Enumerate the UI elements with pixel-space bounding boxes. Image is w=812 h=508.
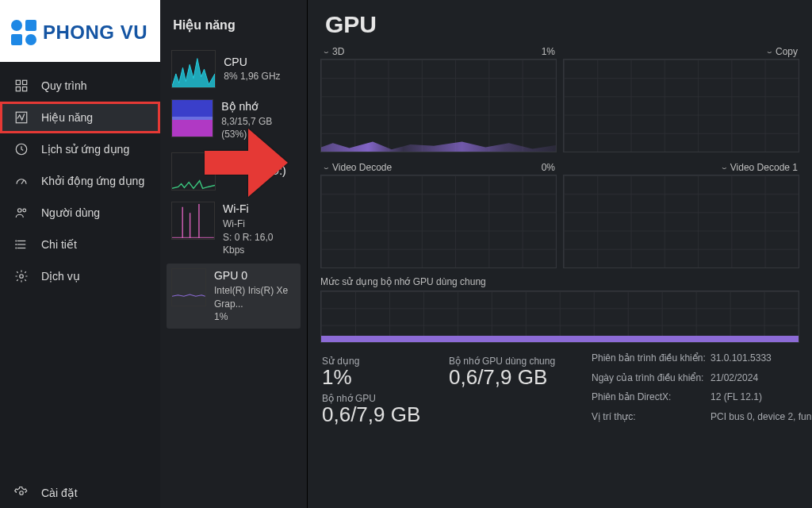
gear-icon bbox=[14, 269, 29, 283]
nav-item-services[interactable]: Dịch vụ bbox=[0, 260, 160, 292]
tile-sub: Intel(R) Iris(R) Xe Grap... bbox=[214, 284, 296, 311]
stats-grid: Sử dụng 1% Bộ nhớ GPU 0,6/7,9 GB Bộ nhớ … bbox=[317, 343, 802, 427]
chart-3d bbox=[320, 59, 557, 152]
activity-icon bbox=[14, 110, 29, 125]
location-label: Vị trí thực: bbox=[592, 411, 710, 428]
gauge-icon bbox=[14, 174, 29, 188]
tile-title: CPU bbox=[224, 55, 280, 71]
shared-mem-value: 0,6/7,9 GB bbox=[449, 365, 584, 390]
history-icon bbox=[14, 142, 29, 156]
chart-copy bbox=[563, 59, 799, 152]
nav-item-history[interactable]: Lịch sử ứng dụng bbox=[0, 133, 160, 165]
nav-label: Dịch vụ bbox=[41, 270, 80, 283]
chart-name[interactable]: ⌄Video Decode bbox=[322, 162, 392, 173]
svg-point-16 bbox=[20, 491, 24, 495]
shared-mem-chart bbox=[320, 291, 799, 343]
svg-rect-1 bbox=[23, 80, 27, 84]
chart-video-decode bbox=[320, 175, 557, 268]
svg-rect-3 bbox=[23, 87, 27, 91]
chart-name[interactable]: ⌄Video Decode 1 bbox=[720, 162, 798, 173]
nav-label: Khởi động ứng dụng bbox=[41, 175, 144, 187]
chevron-down-icon: ⌄ bbox=[765, 48, 773, 55]
tile-sub: S: 0 R: 16,0 Kbps bbox=[223, 231, 296, 258]
logo: PHONG VU bbox=[0, 0, 160, 62]
chart-name[interactable]: ⌄Copy bbox=[765, 46, 798, 57]
nav-item-users[interactable]: Người dùng bbox=[0, 197, 160, 229]
chart-name[interactable]: ⌄3D bbox=[322, 46, 344, 57]
gpu-mem-value: 0,6/7,9 GB bbox=[322, 402, 441, 427]
chart-pct: 0% bbox=[542, 162, 555, 173]
shared-mem-label: Mức sử dụng bộ nhớ GPU dùng chung bbox=[320, 276, 799, 287]
tile-sub: 1% bbox=[214, 310, 296, 324]
svg-marker-21 bbox=[205, 129, 288, 197]
location-value: PCI bus 0, device 2, function bbox=[710, 411, 812, 428]
driver-date-label: Ngày của trình điều khiển: bbox=[592, 372, 710, 389]
tile-sub: 8% 1,96 GHz bbox=[224, 70, 280, 83]
nav-label: Người dùng bbox=[41, 206, 100, 219]
tile-title: Bộ nhớ bbox=[221, 99, 296, 115]
chevron-down-icon: ⌄ bbox=[720, 164, 728, 171]
nav-item-startup[interactable]: Khởi động ứng dụng bbox=[0, 165, 160, 197]
page-title: GPU bbox=[317, 0, 802, 43]
nav-item-details[interactable]: Chi tiết bbox=[0, 229, 160, 260]
driver-date-value: 21/02/2024 bbox=[710, 372, 812, 389]
chevron-down-icon: ⌄ bbox=[322, 164, 330, 171]
nav-label: Chi tiết bbox=[41, 238, 77, 251]
performance-tiles: Hiệu năng CPU 8% 1,96 GHz Bộ nhớ bbox=[160, 0, 307, 508]
directx-label: Phiên bản DirectX: bbox=[592, 391, 710, 408]
svg-rect-2 bbox=[16, 87, 20, 91]
nav-label: Cài đặt bbox=[41, 487, 78, 499]
driver-version-value: 31.0.101.5333 bbox=[710, 352, 812, 369]
nav-label: Hiệu năng bbox=[41, 111, 93, 124]
svg-point-7 bbox=[18, 209, 22, 213]
annotation-arrow bbox=[205, 119, 292, 210]
nav-item-processes[interactable]: Quy trình bbox=[0, 70, 160, 102]
logo-text: PHONG VU bbox=[43, 21, 147, 44]
gpu-thumb bbox=[171, 268, 206, 306]
nav-label: Lịch sử ứng dụng bbox=[41, 143, 129, 156]
grid-icon bbox=[14, 79, 29, 93]
svg-point-12 bbox=[16, 241, 17, 241]
cpu-thumb bbox=[171, 50, 216, 88]
svg-line-6 bbox=[21, 180, 24, 184]
svg-point-13 bbox=[16, 244, 17, 245]
svg-rect-0 bbox=[16, 80, 20, 84]
svg-point-15 bbox=[20, 275, 24, 279]
tile-sub: Wi-Fi bbox=[223, 217, 296, 231]
nav-item-performance[interactable]: Hiệu năng bbox=[0, 102, 160, 133]
section-title: Hiệu năng bbox=[160, 0, 307, 42]
list-icon bbox=[14, 237, 29, 252]
svg-point-8 bbox=[23, 209, 26, 212]
nav-item-settings[interactable]: Cài đặt bbox=[0, 478, 160, 508]
chart-video-decode-1 bbox=[563, 175, 799, 268]
chevron-down-icon: ⌄ bbox=[322, 48, 330, 55]
left-nav: PHONG VU Quy trình Hiệu năng Lịch sử ứng… bbox=[0, 0, 160, 508]
chart-pct: 1% bbox=[542, 46, 555, 57]
usage-value: 1% bbox=[322, 365, 441, 390]
logo-icon bbox=[11, 20, 36, 45]
nav-label: Quy trình bbox=[41, 79, 87, 92]
settings-icon bbox=[14, 486, 29, 500]
tile-title: GPU 0 bbox=[214, 268, 296, 284]
svg-point-14 bbox=[16, 248, 17, 248]
driver-version-label: Phiên bản trình điều khiển: bbox=[592, 352, 710, 369]
main-panel: GPU ⌄3D 1% ⌄Copy ⌄Video Decode 0% bbox=[307, 0, 812, 508]
directx-value: 12 (FL 12.1) bbox=[710, 391, 812, 408]
tile-gpu[interactable]: GPU 0 Intel(R) Iris(R) Xe Grap... 1% bbox=[167, 264, 301, 329]
tile-cpu[interactable]: CPU 8% 1,96 GHz bbox=[167, 45, 301, 93]
users-icon bbox=[14, 206, 29, 220]
